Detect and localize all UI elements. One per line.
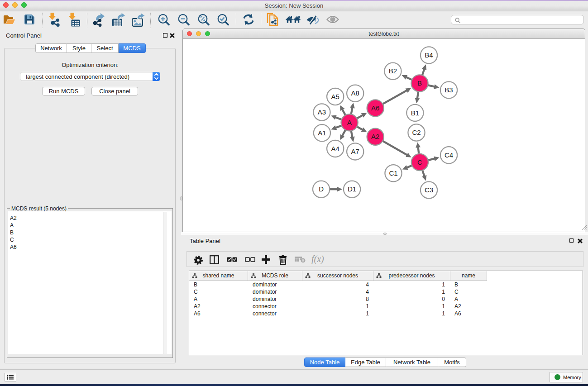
svg-text:C: C bbox=[417, 158, 422, 166]
svg-text:A1: A1 bbox=[318, 129, 326, 137]
svg-text:B4: B4 bbox=[425, 51, 433, 59]
svg-text:A2: A2 bbox=[371, 133, 379, 140]
svg-text:A6: A6 bbox=[371, 104, 379, 112]
svg-text:C4: C4 bbox=[445, 151, 453, 159]
svg-text:C3: C3 bbox=[425, 186, 433, 194]
svg-text:C1: C1 bbox=[389, 169, 397, 177]
svg-text:A7: A7 bbox=[351, 148, 359, 155]
svg-text:B3: B3 bbox=[445, 86, 453, 94]
svg-text:C2: C2 bbox=[412, 129, 421, 136]
svg-text:A8: A8 bbox=[351, 89, 359, 97]
svg-text:D: D bbox=[319, 185, 324, 193]
svg-text:A3: A3 bbox=[318, 108, 326, 116]
svg-text:A5: A5 bbox=[331, 93, 339, 100]
svg-text:B1: B1 bbox=[411, 109, 419, 117]
svg-text:B: B bbox=[417, 79, 422, 87]
svg-text:D1: D1 bbox=[348, 185, 356, 193]
svg-text:A4: A4 bbox=[331, 145, 339, 152]
svg-text:B2: B2 bbox=[389, 67, 397, 75]
svg-text:A: A bbox=[347, 119, 352, 126]
